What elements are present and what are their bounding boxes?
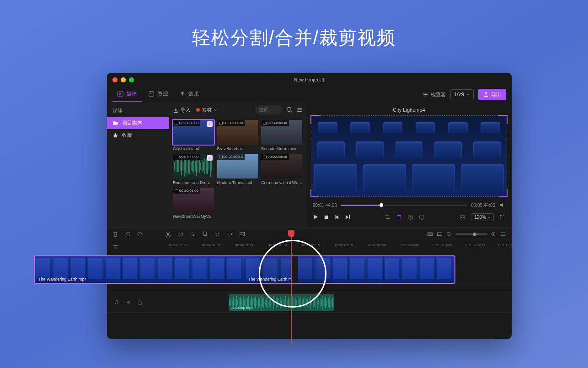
chevron-down-icon — [214, 108, 217, 112]
zoom-slider[interactable] — [455, 233, 487, 235]
search-input[interactable]: 搜索 — [255, 105, 283, 114]
spacer-track — [107, 283, 512, 292]
preview-controls: 120% — [311, 211, 507, 223]
snapshot-icon[interactable] — [460, 214, 465, 220]
svg-rect-59 — [203, 232, 207, 236]
time-current: 00:01:44:00 — [313, 203, 337, 208]
search-icon[interactable] — [286, 107, 293, 113]
mute-icon[interactable] — [126, 299, 132, 305]
effects-icon — [179, 91, 186, 97]
media-icon — [117, 91, 123, 97]
split-icon[interactable] — [177, 231, 183, 237]
media-item[interactable]: 00:03:50:15 Modern Times.mp4 — [217, 154, 258, 185]
audio-track[interactable]: A-Group.mp3 — [107, 292, 512, 313]
svg-point-56 — [169, 235, 170, 236]
assets-icon — [148, 91, 155, 97]
redo-icon[interactable] — [137, 231, 143, 237]
record-icon — [196, 108, 200, 112]
export-label: 导出 — [491, 91, 501, 98]
preview-canvas[interactable] — [311, 115, 507, 197]
export-icon — [483, 92, 489, 97]
tab-media[interactable]: 媒体 — [112, 87, 142, 102]
zoom-select[interactable]: 120% — [471, 213, 494, 221]
hero-title: 轻松分割/合并/裁剪视频 — [0, 0, 588, 50]
tab-effects-label: 效果 — [188, 90, 199, 98]
close-button[interactable] — [112, 77, 118, 82]
image-icon[interactable] — [239, 231, 245, 237]
sidebar-item-project-media[interactable]: 项目媒体 — [107, 117, 169, 129]
fit-width-icon[interactable] — [437, 231, 443, 237]
delete-icon[interactable] — [112, 231, 118, 237]
speed-icon[interactable] — [407, 214, 413, 220]
video-clip[interactable]: The Wandering Earth.mp4 The Wandering Ea… — [34, 255, 455, 284]
chevron-down-icon — [487, 216, 491, 219]
material-button[interactable]: 素材 — [196, 107, 217, 114]
svg-point-6 — [287, 108, 291, 112]
preview-title: City Light.mp4 — [311, 106, 507, 115]
media-item[interactable]: 00:20:01:00 HowGreenWasMyVa — [173, 188, 214, 219]
zoom-out-icon[interactable] — [446, 232, 452, 237]
tab-effects[interactable]: 效果 — [175, 87, 204, 102]
timeline-settings-icon[interactable] — [500, 231, 506, 237]
fullscreen-icon[interactable] — [499, 214, 505, 220]
svg-rect-48 — [175, 189, 178, 192]
music-icon[interactable] — [114, 299, 120, 305]
aspect-label: 16:9 — [454, 92, 464, 97]
inspector-icon — [422, 92, 428, 97]
minimize-button[interactable] — [121, 77, 126, 82]
playhead[interactable] — [291, 231, 292, 345]
next-frame-icon[interactable] — [345, 215, 350, 220]
crop-icon[interactable] — [385, 214, 390, 220]
stop-icon[interactable] — [324, 215, 329, 220]
zoom-value: 120% — [474, 215, 486, 220]
svg-rect-1 — [149, 92, 154, 97]
window-title: New Project 1 — [294, 77, 325, 82]
crop-tool-icon[interactable] — [396, 214, 402, 220]
inspector-button[interactable]: 检查器 — [422, 91, 446, 98]
audio-clip[interactable]: A-Group.mp3 — [229, 294, 334, 311]
undo-icon[interactable] — [125, 231, 131, 237]
svg-point-54 — [462, 216, 464, 218]
import-icon — [173, 107, 179, 113]
volume-icon[interactable] — [499, 202, 505, 208]
prev-frame-icon[interactable] — [334, 215, 339, 220]
maximize-button[interactable] — [129, 77, 134, 82]
media-item[interactable]: 00:02:58:45 Cera una volta il West.mp4 — [261, 154, 302, 185]
media-item[interactable]: 00:00:00:00 Braveheart.avi — [217, 120, 258, 151]
svg-rect-78 — [139, 302, 142, 305]
link-icon[interactable] — [190, 231, 196, 237]
export-button[interactable]: 导出 — [478, 89, 506, 100]
filter-icon[interactable] — [112, 244, 119, 250]
sidebar: 媒体 项目媒体 收藏 — [107, 103, 169, 227]
media-grid: 02:21:30:00 City Light.mp4 00:00:00:00 B… — [169, 117, 306, 227]
svg-rect-47 — [263, 156, 267, 158]
play-icon[interactable] — [313, 214, 318, 220]
import-button[interactable]: 导入 — [173, 107, 191, 114]
svg-rect-46 — [219, 156, 222, 158]
sidebar-item-favorites[interactable]: 收藏 — [107, 129, 169, 141]
svg-rect-53 — [460, 216, 465, 219]
svg-rect-14 — [219, 122, 222, 124]
cut-icon[interactable] — [165, 231, 171, 237]
marker-icon[interactable] — [202, 231, 208, 237]
svg-rect-13 — [175, 122, 178, 124]
media-item[interactable]: 02:21:30:00 City Light.mp4 — [173, 120, 214, 151]
fit-icon[interactable] — [427, 231, 433, 237]
svg-rect-62 — [428, 233, 433, 236]
svg-point-12 — [297, 111, 297, 112]
media-item[interactable]: 01:30:06:30 SoundofMusic.mov — [261, 120, 302, 151]
timeline-ruler[interactable]: 00:00:00:0000:00:08:1500:00:55:0000:01:3… — [107, 241, 512, 252]
media-item[interactable]: 00:07:47:00 Requiem for a Dream.mp3 — [173, 154, 214, 185]
zoom-in-icon[interactable] — [491, 232, 497, 237]
aspect-ratio-button[interactable]: 16:9 — [450, 89, 474, 99]
svg-rect-58 — [181, 233, 182, 235]
list-view-icon[interactable] — [296, 107, 303, 113]
magnet-icon[interactable] — [214, 231, 220, 237]
color-icon[interactable] — [419, 214, 425, 220]
lock-icon[interactable] — [137, 299, 143, 305]
expand-icon[interactable] — [227, 231, 233, 237]
sidebar-head: 媒体 — [107, 105, 169, 117]
sidebar-project-label: 项目媒体 — [122, 119, 142, 126]
tab-assets[interactable]: 资源 — [144, 87, 173, 102]
progress-bar[interactable] — [341, 205, 467, 206]
